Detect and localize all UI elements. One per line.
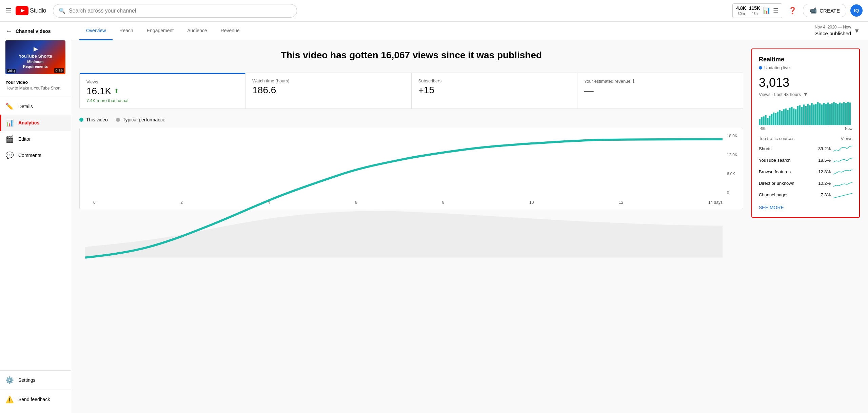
- metrics-row: Views 16.1K ⬆ 7.4K more than usual Watch…: [79, 73, 743, 109]
- svg-rect-24: [803, 104, 805, 125]
- svg-rect-44: [843, 102, 845, 125]
- y-label-0: 18.0K: [727, 134, 737, 138]
- editor-label: Editor: [18, 136, 31, 142]
- channel-pct: 7.3%: [816, 192, 831, 197]
- svg-rect-6: [767, 118, 769, 125]
- sidebar-divider: [0, 97, 71, 97]
- svg-rect-4: [763, 116, 765, 125]
- svg-rect-17: [789, 108, 791, 125]
- metric-watch-time[interactable]: Watch time (hours) 186.6: [245, 73, 411, 109]
- svg-rect-20: [795, 109, 796, 125]
- sidebar-item-analytics[interactable]: 📊 Analytics: [0, 115, 71, 131]
- avatar[interactable]: IQ: [850, 4, 863, 17]
- views-last-text: Views · Last 48 hours: [759, 92, 801, 97]
- tab-reach[interactable]: Reach: [113, 22, 140, 40]
- realtime-panel: Realtime Updating live 3,013 Views · Las…: [751, 48, 860, 218]
- tab-engagement[interactable]: Engagement: [140, 22, 180, 40]
- svg-rect-37: [829, 104, 831, 125]
- create-button[interactable]: 📹 CREATE: [803, 4, 846, 17]
- tab-audience[interactable]: Audience: [180, 22, 214, 40]
- thumb-yt-icon: ▶: [34, 46, 38, 53]
- svg-rect-35: [825, 104, 827, 125]
- settings-icon: ⚙️: [5, 376, 14, 384]
- chart-legend: This video Typical performance: [79, 117, 743, 122]
- svg-rect-18: [791, 107, 793, 125]
- realtime-title: Realtime: [759, 56, 852, 63]
- analytics-label: Analytics: [18, 120, 39, 125]
- svg-rect-9: [773, 113, 774, 125]
- sidebar-item-comments[interactable]: 💬 Comments: [0, 147, 71, 163]
- browse-pct: 12.8%: [816, 169, 831, 174]
- sidebar-back-button[interactable]: ← Channel videos: [0, 22, 71, 38]
- nav-right: 4.8K 60m 115K 48h 📊 ☰ ❓ 📹 CREATE IQ: [732, 3, 863, 18]
- details-icon: ✏️: [5, 102, 14, 111]
- mini-chart-svg: // Will be rendered via inline rects bel…: [759, 101, 852, 125]
- x-label-5: 10: [529, 200, 534, 205]
- sidebar-divider-2: [0, 370, 71, 371]
- svg-rect-12: [779, 110, 781, 125]
- traffic-header: Top traffic sources Views: [759, 136, 852, 141]
- send-feedback-button[interactable]: ⚠️ Send feedback: [0, 391, 71, 408]
- see-more-link[interactable]: SEE MORE: [759, 205, 784, 210]
- search-input[interactable]: [69, 8, 291, 14]
- sidebar-item-details[interactable]: ✏️ Details: [0, 98, 71, 115]
- tab-revenue[interactable]: Revenue: [214, 22, 246, 40]
- svg-rect-28: [811, 103, 813, 125]
- svg-rect-31: [817, 102, 819, 125]
- revenue-label: Your estimated revenue ℹ: [584, 78, 736, 84]
- top-nav: ☰ Studio 🔍 4.8K 60m 115K 48h 📊 ☰ ❓ 📹: [0, 0, 868, 22]
- help-button[interactable]: ❓: [786, 4, 799, 17]
- svg-rect-3: [761, 117, 763, 125]
- svg-rect-15: [785, 109, 787, 125]
- analytics-icon: 📊: [5, 119, 14, 127]
- typical-area: [85, 211, 723, 257]
- metric-revenue[interactable]: Your estimated revenue ℹ —: [577, 73, 743, 109]
- video-title: How to Make a YouTube Short: [0, 85, 71, 95]
- sidebar-item-settings[interactable]: ⚙️ Settings: [0, 372, 71, 388]
- metric-views[interactable]: Views 16.1K ⬆ 7.4K more than usual: [80, 73, 245, 109]
- headline: This video has gotten 16,067 views since…: [79, 48, 743, 62]
- metric-subscribers[interactable]: Subscribers +15: [412, 73, 577, 109]
- live-dot: [759, 66, 762, 70]
- stats-bar-icon[interactable]: 📊: [763, 7, 770, 14]
- svg-rect-25: [805, 106, 807, 125]
- stats-menu-icon[interactable]: ☰: [773, 7, 778, 14]
- traffic-row-direct: Direct or unknown 10.2%: [759, 179, 852, 187]
- yt-search-mini-chart: [833, 156, 852, 164]
- help-icon: ❓: [788, 6, 797, 15]
- search-bar[interactable]: 🔍: [53, 4, 297, 18]
- create-label: CREATE: [820, 8, 840, 14]
- x-label-3: 6: [355, 200, 357, 205]
- svg-rect-43: [841, 103, 843, 125]
- subscribers-value: +15: [418, 85, 570, 96]
- views-sub: 7.4K more than usual: [86, 98, 238, 103]
- svg-rect-32: [819, 103, 821, 125]
- svg-rect-21: [797, 106, 798, 125]
- views-last-label[interactable]: Views · Last 48 hours ▼: [759, 91, 852, 97]
- chart-end-label: Now: [845, 126, 852, 131]
- logo-area: Studio: [16, 6, 46, 15]
- date-chevron-icon: ▼: [854, 27, 860, 35]
- updating-live: Updating live: [759, 65, 852, 70]
- svg-rect-47: [849, 103, 851, 125]
- svg-rect-30: [815, 104, 817, 125]
- date-selector[interactable]: Nov 4, 2020 — Now Since published ▼: [815, 25, 860, 37]
- date-since-text: Since published: [815, 30, 851, 37]
- traffic-row-browse: Browse features 12.8%: [759, 168, 852, 176]
- sidebar-bottom: ⚙️ Settings ⚠️ Send feedback: [0, 369, 71, 408]
- typical-dot: [116, 118, 120, 122]
- tab-overview[interactable]: Overview: [79, 22, 113, 40]
- svg-rect-19: [793, 109, 795, 125]
- svg-rect-8: [771, 114, 772, 125]
- video-thumbnail: ▶ YouTube Shorts Minimum Requirements 0:…: [0, 38, 71, 77]
- back-arrow-icon: ←: [5, 27, 12, 35]
- svg-rect-10: [775, 113, 776, 125]
- editor-icon: 🎬: [5, 135, 14, 143]
- shorts-mini-chart: [833, 144, 852, 153]
- stats-box[interactable]: 4.8K 60m 115K 48h 📊 ☰: [732, 3, 782, 18]
- hamburger-icon[interactable]: ☰: [5, 7, 12, 15]
- sidebar-item-editor[interactable]: 🎬 Editor: [0, 131, 71, 147]
- settings-label: Settings: [18, 377, 36, 383]
- svg-rect-2: [759, 119, 761, 125]
- svg-rect-11: [777, 112, 778, 125]
